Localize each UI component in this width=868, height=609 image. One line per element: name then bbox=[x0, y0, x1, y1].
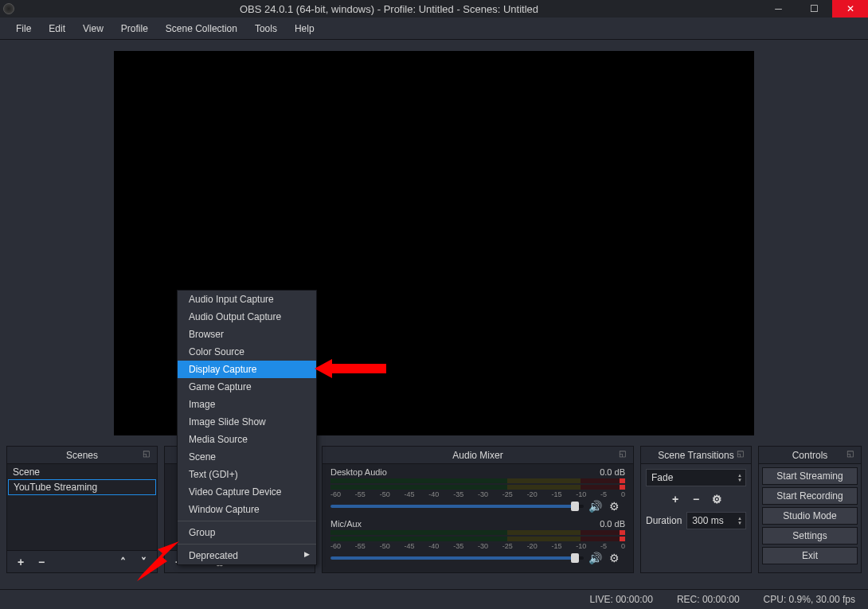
window-close-button[interactable]: ✕ bbox=[832, 0, 868, 18]
ctx-group[interactable]: Group bbox=[178, 524, 316, 541]
mixer-channel: Mic/Aux 0.0 dB -60-55-50-45-40-35-30-25-… bbox=[323, 516, 633, 568]
channel-db: 0.0 dB bbox=[600, 519, 625, 529]
mixer-channel: Desktop Audio 0.0 dB -60-55-50-45-40-35-… bbox=[323, 464, 633, 516]
menu-help[interactable]: Help bbox=[287, 20, 323, 37]
settings-button[interactable]: Settings bbox=[762, 527, 858, 545]
ctx-deprecated[interactable]: Deprecated ▶ bbox=[178, 547, 316, 564]
menu-scene-collection[interactable]: Scene Collection bbox=[158, 20, 245, 37]
add-transition-button[interactable]: + bbox=[667, 491, 684, 507]
add-source-context-menu: Audio Input Capture Audio Output Capture… bbox=[177, 290, 317, 565]
ctx-video-capture-device[interactable]: Video Capture Device bbox=[178, 483, 316, 501]
volume-slider[interactable] bbox=[330, 556, 584, 560]
controls-header: Controls ◱ bbox=[759, 447, 861, 464]
ctx-image-slide-show[interactable]: Image Slide Show bbox=[178, 413, 316, 431]
remove-scene-button[interactable]: − bbox=[33, 554, 50, 570]
svg-marker-1 bbox=[137, 541, 179, 581]
popout-icon[interactable]: ◱ bbox=[143, 449, 154, 460]
scenes-title: Scenes bbox=[66, 450, 98, 461]
scenes-header: Scenes ◱ bbox=[7, 447, 157, 464]
gear-icon[interactable]: ⚙ bbox=[609, 552, 625, 564]
controls-dock: Controls ◱ Start Streaming Start Recordi… bbox=[758, 446, 862, 573]
duration-value: 300 ms bbox=[692, 515, 723, 526]
scene-up-button[interactable]: ˄ bbox=[114, 554, 131, 570]
menu-tools[interactable]: Tools bbox=[247, 20, 285, 37]
exit-button[interactable]: Exit bbox=[762, 547, 858, 564]
transition-selected: Fade bbox=[651, 472, 673, 483]
speaker-icon[interactable]: 🔊 bbox=[588, 500, 604, 513]
transitions-header: Scene Transitions ◱ bbox=[641, 447, 751, 464]
ctx-browser[interactable]: Browser bbox=[178, 326, 316, 343]
menu-file[interactable]: File bbox=[8, 20, 39, 37]
status-live: LIVE: 00:00:00 bbox=[589, 594, 652, 605]
preview-area bbox=[0, 40, 868, 446]
title-bar: OBS 24.0.1 (64-bit, windows) - Profile: … bbox=[0, 0, 868, 18]
menu-profile[interactable]: Profile bbox=[113, 20, 156, 37]
ctx-text-gdi[interactable]: Text (GDI+) bbox=[178, 466, 316, 483]
remove-transition-button[interactable]: − bbox=[687, 491, 705, 507]
mixer-header: Audio Mixer ◱ bbox=[323, 447, 633, 464]
popout-icon[interactable]: ◱ bbox=[846, 449, 858, 460]
channel-name: Mic/Aux bbox=[330, 519, 362, 529]
duration-input[interactable]: 300 ms ▲▼ bbox=[686, 512, 746, 529]
start-streaming-button[interactable]: Start Streaming bbox=[762, 467, 858, 485]
audio-mixer-dock: Audio Mixer ◱ Desktop Audio 0.0 dB -60-5… bbox=[322, 446, 634, 573]
ctx-scene[interactable]: Scene bbox=[178, 448, 316, 466]
meter-ticks: -60-55-50-45-40-35-30-25-20-15-10-50 bbox=[330, 490, 625, 498]
ctx-window-capture[interactable]: Window Capture bbox=[178, 501, 316, 518]
ctx-display-capture[interactable]: Display Capture bbox=[178, 361, 316, 378]
speaker-icon[interactable]: 🔊 bbox=[588, 552, 604, 564]
add-scene-button[interactable]: + bbox=[12, 554, 29, 570]
window-maximize-button[interactable]: ☐ bbox=[796, 0, 832, 18]
ctx-color-source[interactable]: Color Source bbox=[178, 343, 316, 361]
window-title: OBS 24.0.1 (64-bit, windows) - Profile: … bbox=[18, 3, 760, 15]
vu-meter bbox=[330, 485, 625, 490]
menu-view[interactable]: View bbox=[75, 20, 111, 37]
svg-marker-0 bbox=[315, 359, 386, 378]
transition-select[interactable]: Fade ▲▼ bbox=[646, 469, 746, 486]
transition-settings-button[interactable]: ⚙ bbox=[708, 491, 725, 507]
channel-name: Desktop Audio bbox=[330, 467, 387, 477]
ctx-media-source[interactable]: Media Source bbox=[178, 431, 316, 448]
scene-transitions-dock: Scene Transitions ◱ Fade ▲▼ + − ⚙ Durati… bbox=[640, 446, 752, 573]
ctx-audio-output-capture[interactable]: Audio Output Capture bbox=[178, 308, 316, 326]
window-minimize-button[interactable]: ─ bbox=[760, 0, 796, 18]
ctx-game-capture[interactable]: Game Capture bbox=[178, 378, 316, 396]
annotation-arrow-icon bbox=[135, 541, 183, 581]
vu-meter bbox=[330, 530, 625, 535]
meter-ticks: -60-55-50-45-40-35-30-25-20-15-10-50 bbox=[330, 542, 625, 550]
vu-meter bbox=[330, 537, 625, 541]
channel-db: 0.0 dB bbox=[600, 467, 625, 477]
scene-list[interactable]: Scene YouTube Streaming bbox=[7, 464, 157, 496]
menu-bar: File Edit View Profile Scene Collection … bbox=[0, 18, 868, 40]
status-rec: REC: 00:00:00 bbox=[677, 594, 740, 605]
mixer-title: Audio Mixer bbox=[452, 450, 502, 461]
ctx-audio-input-capture[interactable]: Audio Input Capture bbox=[178, 291, 316, 308]
scene-item[interactable]: YouTube Streaming bbox=[8, 479, 156, 495]
ctx-image[interactable]: Image bbox=[178, 396, 316, 413]
studio-mode-button[interactable]: Studio Mode bbox=[762, 507, 858, 525]
start-recording-button[interactable]: Start Recording bbox=[762, 487, 858, 505]
transitions-title: Scene Transitions bbox=[658, 450, 733, 461]
menu-edit[interactable]: Edit bbox=[41, 20, 73, 37]
status-cpu: CPU: 0.9%, 30.00 fps bbox=[764, 594, 855, 605]
obs-logo-icon bbox=[0, 0, 18, 18]
annotation-arrow-icon bbox=[315, 357, 386, 381]
scene-item[interactable]: Scene bbox=[8, 465, 156, 479]
duration-label: Duration bbox=[646, 515, 682, 526]
volume-slider[interactable] bbox=[330, 505, 584, 508]
vu-meter bbox=[330, 478, 625, 483]
chevron-right-icon: ▶ bbox=[304, 550, 310, 558]
status-bar: LIVE: 00:00:00 REC: 00:00:00 CPU: 0.9%, … bbox=[0, 589, 868, 609]
gear-icon[interactable]: ⚙ bbox=[609, 500, 625, 513]
popout-icon[interactable]: ◱ bbox=[619, 449, 630, 460]
popout-icon[interactable]: ◱ bbox=[737, 449, 748, 460]
controls-title: Controls bbox=[792, 450, 828, 461]
